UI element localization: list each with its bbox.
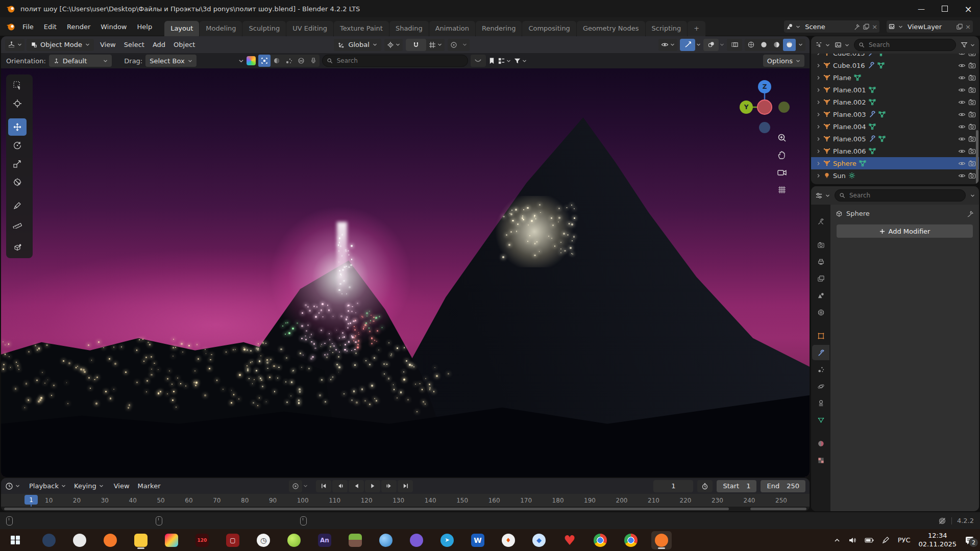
new-scene-icon[interactable] — [863, 23, 869, 30]
hide-eye-icon[interactable] — [958, 123, 966, 131]
hide-eye-icon[interactable] — [958, 98, 966, 106]
orientation-default-selector[interactable]: Default — [49, 55, 112, 67]
volume-icon[interactable] — [848, 536, 856, 544]
tool-transform[interactable] — [8, 173, 27, 191]
tool-add-cube[interactable] — [8, 239, 27, 256]
breadcrumb-object-name[interactable]: Sphere — [846, 210, 870, 217]
tab-particles[interactable] — [812, 362, 829, 377]
topbar-menu-item[interactable]: Render — [62, 20, 95, 33]
filter-world-button[interactable] — [295, 55, 307, 67]
expand-chevron-icon[interactable] — [816, 54, 821, 56]
workspace-tab[interactable]: Shading — [389, 21, 429, 36]
expand-chevron-icon[interactable] — [816, 63, 821, 68]
mesh-data-icon[interactable] — [859, 160, 866, 167]
disable-render-camera-icon[interactable] — [968, 123, 976, 131]
taskbar-clock[interactable]: 12:34 02.11.2025 — [919, 532, 957, 548]
shading-material-button[interactable] — [770, 39, 783, 51]
language-indicator[interactable]: РУС — [898, 536, 911, 544]
collapse-chevron-icon[interactable] — [238, 58, 244, 64]
disable-render-camera-icon[interactable] — [968, 111, 976, 118]
use-preview-range-toggle[interactable] — [697, 480, 713, 492]
pan-hand-icon[interactable] — [777, 150, 787, 160]
outliner-row[interactable]: Plane — [811, 71, 979, 84]
hide-eye-icon[interactable] — [958, 147, 966, 155]
outliner-row[interactable]: Plane.002 — [811, 96, 979, 108]
chevron-down-icon[interactable] — [720, 42, 724, 47]
shading-wireframe-button[interactable] — [745, 39, 757, 51]
workspace-tab[interactable]: Animation — [429, 21, 475, 36]
proportional-edit-toggle[interactable] — [448, 39, 460, 51]
taskbar-app-chrome-2[interactable] — [621, 531, 641, 549]
gizmo-y-axis[interactable]: Y — [740, 101, 753, 114]
disable-render-camera-icon[interactable] — [968, 54, 976, 57]
viewport-menu-item[interactable]: Object — [169, 39, 199, 51]
modifier-wrench-icon[interactable] — [869, 111, 876, 118]
outliner-row[interactable]: Sun — [811, 169, 979, 182]
taskbar-app-microphone[interactable]: ♦ — [498, 531, 519, 549]
tab-world[interactable] — [812, 305, 829, 320]
outliner-editor-icon[interactable] — [815, 41, 823, 49]
topbar-menu-item[interactable]: Help — [132, 20, 158, 33]
drag-mode-selector[interactable]: Select Box — [145, 55, 196, 67]
gizmo-z-negative[interactable] — [759, 122, 770, 133]
grid-view-icon[interactable] — [777, 185, 787, 195]
outliner-row[interactable]: Cube.016 — [811, 59, 979, 71]
tool-annotate[interactable] — [8, 197, 27, 214]
hide-eye-icon[interactable] — [958, 135, 966, 143]
play-button[interactable] — [365, 480, 380, 492]
outliner-row[interactable]: Plane.006 — [811, 145, 979, 157]
shading-rendered-button[interactable] — [783, 39, 796, 51]
close-button[interactable]: × — [957, 0, 980, 17]
taskbar-app-clock-app[interactable]: 120 — [192, 531, 212, 549]
start-button[interactable] — [5, 531, 26, 549]
filter-objects-button[interactable] — [258, 55, 271, 67]
taskbar-app-purple-app[interactable] — [406, 531, 427, 549]
shading-solid-button[interactable] — [757, 39, 770, 51]
tool-measure[interactable] — [8, 215, 27, 233]
taskbar-app-steam[interactable] — [39, 531, 59, 549]
workspace-tab[interactable]: UV Editing — [286, 21, 333, 36]
viewport-menu-item[interactable]: View — [96, 39, 120, 51]
disable-render-camera-icon[interactable] — [968, 74, 976, 82]
timeline-menu-item[interactable]: Marker — [134, 480, 165, 492]
notification-center-icon[interactable]: 2 — [965, 536, 975, 545]
editor-type-button[interactable] — [5, 39, 24, 51]
outliner-row[interactable]: Plane.004 — [811, 120, 979, 133]
remove-viewlayer-icon[interactable]: × — [965, 23, 971, 31]
modifier-wrench-icon[interactable] — [869, 135, 876, 142]
timeline-ruler[interactable]: 1020304050607080901001101201301401501601… — [1, 494, 810, 507]
pin-icon[interactable] — [853, 23, 860, 30]
unlink-scene-icon[interactable]: × — [872, 23, 877, 31]
outliner-search-field[interactable] — [854, 39, 956, 51]
tool-scale[interactable] — [8, 155, 27, 172]
hide-eye-icon[interactable] — [958, 62, 966, 69]
tab-scene[interactable] — [812, 288, 829, 303]
current-frame-marker[interactable]: 1 — [24, 495, 38, 505]
mesh-data-icon[interactable] — [878, 135, 886, 142]
pivot-point-selector[interactable] — [384, 39, 403, 51]
taskbar-app-blender-active[interactable] — [651, 531, 672, 549]
outliner-row[interactable]: Plane.005 — [811, 133, 979, 145]
tab-constraints[interactable] — [812, 395, 829, 411]
taskbar-app-globe-app[interactable] — [376, 531, 396, 549]
play-reverse-button[interactable] — [349, 480, 364, 492]
filter-dropdown[interactable] — [513, 57, 527, 65]
outliner-row[interactable]: Sphere — [811, 157, 979, 169]
taskbar-app-blue-gem[interactable]: ◆ — [529, 531, 549, 549]
hide-eye-icon[interactable] — [958, 74, 966, 82]
tab-texture[interactable] — [812, 453, 829, 468]
modifier-wrench-icon[interactable] — [868, 54, 875, 57]
mesh-data-icon[interactable] — [854, 74, 861, 81]
jump-prev-keyframe-button[interactable] — [332, 480, 348, 492]
taskbar-app-white-app[interactable] — [69, 531, 90, 549]
filter-brush-button[interactable] — [307, 55, 320, 67]
chevron-down-icon[interactable] — [303, 484, 308, 488]
workspace-tab[interactable]: + — [688, 21, 705, 36]
tab-tool[interactable] — [812, 214, 829, 229]
sun-data-icon[interactable] — [848, 172, 855, 179]
workspace-tab[interactable]: Scripting — [646, 21, 688, 36]
mesh-data-icon[interactable] — [878, 111, 886, 118]
show-overlays-toggle[interactable] — [703, 39, 719, 51]
smooth-curve-icon[interactable] — [471, 55, 486, 67]
asset-search-input[interactable] — [336, 57, 463, 65]
